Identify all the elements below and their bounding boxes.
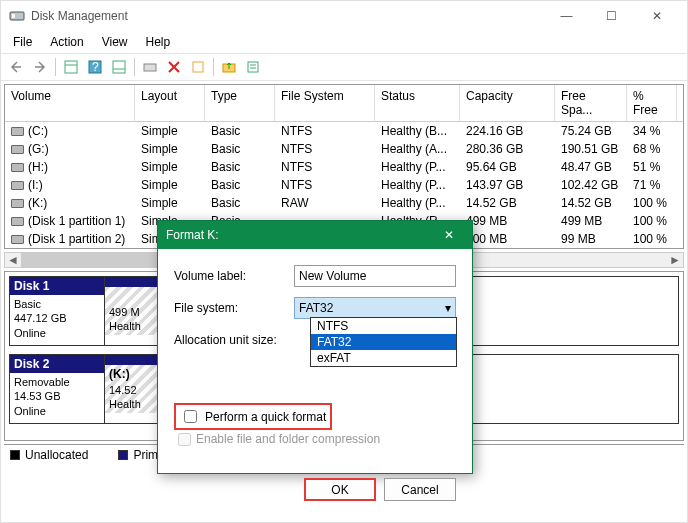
minimize-button[interactable]: — xyxy=(544,2,589,30)
table-row[interactable]: (G:)SimpleBasicNTFSHealthy (A...280.36 G… xyxy=(5,140,683,158)
svg-rect-9 xyxy=(193,62,203,72)
app-icon xyxy=(9,8,25,24)
menubar: File Action View Help xyxy=(1,31,687,53)
menu-action[interactable]: Action xyxy=(42,33,91,51)
maximize-button[interactable]: ☐ xyxy=(589,2,634,30)
dialog-close-button[interactable]: ✕ xyxy=(434,221,464,249)
properties-icon[interactable] xyxy=(242,56,264,78)
dialog-titlebar[interactable]: Format K: ✕ xyxy=(158,221,472,249)
col-volume[interactable]: Volume xyxy=(5,85,135,121)
compression-checkbox xyxy=(178,433,191,446)
option-fat32[interactable]: FAT32 xyxy=(311,334,456,350)
quick-format-label: Perform a quick format xyxy=(205,410,326,424)
col-capacity[interactable]: Capacity xyxy=(460,85,555,121)
cancel-button[interactable]: Cancel xyxy=(384,478,456,501)
file-system-label: File system: xyxy=(174,301,294,315)
format-dialog: Format K: ✕ Volume label: File system: F… xyxy=(157,220,473,474)
table-row[interactable]: (I:)SimpleBasicNTFSHealthy (P...143.97 G… xyxy=(5,176,683,194)
col-free[interactable]: Free Spa... xyxy=(555,85,627,121)
settings-icon[interactable] xyxy=(139,56,161,78)
volume-header: Volume Layout Type File System Status Ca… xyxy=(5,85,683,122)
table-row[interactable]: (C:)SimpleBasicNTFSHealthy (B...224.16 G… xyxy=(5,122,683,140)
toolbar: ? xyxy=(1,53,687,81)
table-row[interactable]: (K:)SimpleBasicRAWHealthy (P...14.52 GB1… xyxy=(5,194,683,212)
folder-up-icon[interactable] xyxy=(218,56,240,78)
table-row[interactable]: (H:)SimpleBasicNTFSHealthy (P...95.64 GB… xyxy=(5,158,683,176)
legend-unallocated: Unallocated xyxy=(25,448,88,462)
scroll-left-icon[interactable]: ◄ xyxy=(5,253,21,267)
scroll-right-icon[interactable]: ► xyxy=(667,253,683,267)
svg-rect-8 xyxy=(144,64,156,71)
ok-button[interactable]: OK xyxy=(304,478,376,501)
col-filesystem[interactable]: File System xyxy=(275,85,375,121)
file-system-select[interactable]: FAT32 ▾ xyxy=(294,297,456,319)
partition[interactable]: 499 MHealth xyxy=(105,277,160,345)
col-status[interactable]: Status xyxy=(375,85,460,121)
titlebar: Disk Management — ☐ ✕ xyxy=(1,1,687,31)
dialog-title: Format K: xyxy=(166,228,434,242)
col-type[interactable]: Type xyxy=(205,85,275,121)
svg-rect-1 xyxy=(12,14,15,18)
delete-icon[interactable] xyxy=(163,56,185,78)
menu-view[interactable]: View xyxy=(94,33,136,51)
partition[interactable]: (K:)14.52Health xyxy=(105,355,160,423)
window-title: Disk Management xyxy=(31,9,544,23)
col-pct[interactable]: % Free xyxy=(627,85,677,121)
volume-label-input[interactable] xyxy=(294,265,456,287)
view-bottom-icon[interactable] xyxy=(108,56,130,78)
svg-text:?: ? xyxy=(92,60,99,74)
svg-rect-6 xyxy=(113,61,125,73)
back-button[interactable] xyxy=(5,56,27,78)
volume-label-label: Volume label: xyxy=(174,269,294,283)
svg-rect-11 xyxy=(248,62,258,72)
view-top-icon[interactable] xyxy=(60,56,82,78)
col-layout[interactable]: Layout xyxy=(135,85,205,121)
help-icon[interactable]: ? xyxy=(84,56,106,78)
forward-button[interactable] xyxy=(29,56,51,78)
chevron-down-icon: ▾ xyxy=(445,301,451,315)
menu-help[interactable]: Help xyxy=(138,33,179,51)
allocation-size-label: Allocation unit size: xyxy=(174,333,294,347)
wizard-icon[interactable] xyxy=(187,56,209,78)
svg-rect-2 xyxy=(65,61,77,73)
file-system-dropdown: NTFS FAT32 exFAT xyxy=(310,317,457,367)
quick-format-checkbox[interactable] xyxy=(184,410,197,423)
option-exfat[interactable]: exFAT xyxy=(311,350,456,366)
close-button[interactable]: ✕ xyxy=(634,2,679,30)
compression-label: Enable file and folder compression xyxy=(196,432,380,446)
option-ntfs[interactable]: NTFS xyxy=(311,318,456,334)
menu-file[interactable]: File xyxy=(5,33,40,51)
